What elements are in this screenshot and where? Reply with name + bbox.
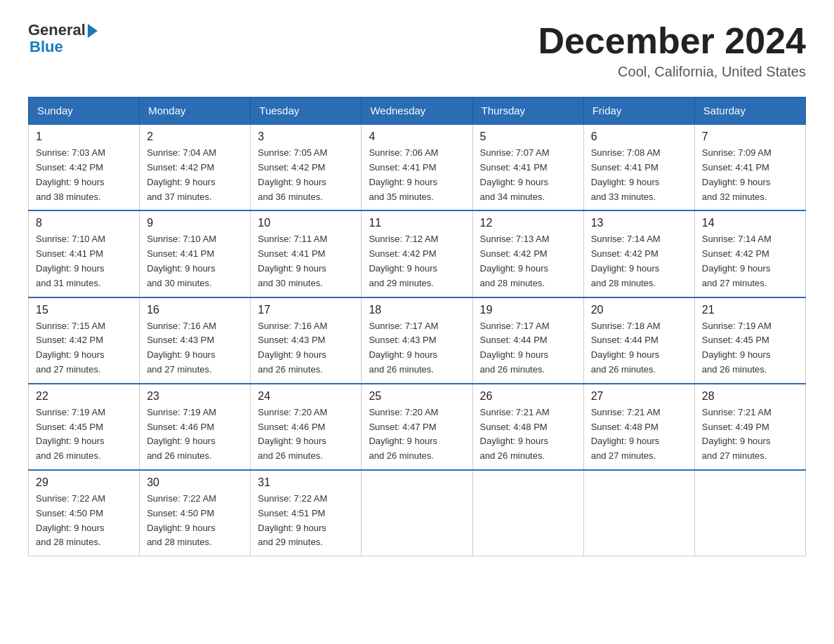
day-info: Sunrise: 7:08 AMSunset: 4:41 PMDaylight:…	[591, 146, 687, 204]
day-info: Sunrise: 7:17 AMSunset: 4:44 PMDaylight:…	[480, 319, 576, 377]
weekday-header-friday: Friday	[583, 98, 694, 125]
day-number: 26	[480, 390, 576, 403]
day-number: 11	[369, 217, 465, 229]
day-info: Sunrise: 7:03 AMSunset: 4:42 PMDaylight:…	[36, 146, 132, 204]
day-cell: 30Sunrise: 7:22 AMSunset: 4:50 PMDayligh…	[140, 470, 251, 556]
weekday-header-row: SundayMondayTuesdayWednesdayThursdayFrid…	[29, 98, 806, 125]
day-cell: 17Sunrise: 7:16 AMSunset: 4:43 PMDayligh…	[251, 297, 362, 384]
day-cell: 26Sunrise: 7:21 AMSunset: 4:48 PMDayligh…	[472, 384, 583, 470]
day-number: 27	[591, 390, 687, 403]
day-info: Sunrise: 7:20 AMSunset: 4:47 PMDaylight:…	[369, 405, 465, 464]
logo-general-text: General	[28, 21, 86, 39]
day-number: 18	[369, 304, 465, 316]
day-cell: 20Sunrise: 7:18 AMSunset: 4:44 PMDayligh…	[583, 297, 694, 384]
day-number: 25	[369, 390, 465, 403]
day-info: Sunrise: 7:22 AMSunset: 4:51 PMDaylight:…	[258, 492, 354, 550]
day-number: 10	[258, 217, 354, 229]
week-row-1: 1Sunrise: 7:03 AMSunset: 4:42 PMDaylight…	[29, 124, 806, 210]
day-number: 12	[480, 217, 576, 229]
day-cell: 28Sunrise: 7:21 AMSunset: 4:49 PMDayligh…	[694, 384, 805, 470]
day-info: Sunrise: 7:22 AMSunset: 4:50 PMDaylight:…	[36, 492, 132, 550]
day-number: 13	[591, 217, 687, 229]
day-number: 21	[702, 304, 798, 316]
day-cell: 12Sunrise: 7:13 AMSunset: 4:42 PMDayligh…	[472, 210, 583, 297]
day-number: 17	[258, 304, 354, 316]
day-info: Sunrise: 7:10 AMSunset: 4:41 PMDaylight:…	[36, 232, 132, 290]
day-info: Sunrise: 7:12 AMSunset: 4:42 PMDaylight:…	[369, 232, 465, 290]
day-cell: 16Sunrise: 7:16 AMSunset: 4:43 PMDayligh…	[140, 297, 251, 384]
day-cell: 29Sunrise: 7:22 AMSunset: 4:50 PMDayligh…	[29, 470, 140, 556]
day-number: 6	[591, 130, 687, 143]
day-info: Sunrise: 7:14 AMSunset: 4:42 PMDaylight:…	[591, 232, 687, 290]
day-cell: 22Sunrise: 7:19 AMSunset: 4:45 PMDayligh…	[29, 384, 140, 470]
title-section: December 2024 Cool, California, United S…	[538, 21, 806, 80]
logo-blue-text: Blue	[29, 38, 63, 56]
day-info: Sunrise: 7:14 AMSunset: 4:42 PMDaylight:…	[702, 232, 798, 290]
logo[interactable]: General Blue	[28, 21, 98, 56]
weekday-header-tuesday: Tuesday	[251, 98, 362, 125]
weekday-header-sunday: Sunday	[29, 98, 140, 125]
day-cell: 5Sunrise: 7:07 AMSunset: 4:41 PMDaylight…	[472, 124, 583, 210]
day-cell: 25Sunrise: 7:20 AMSunset: 4:47 PMDayligh…	[362, 384, 472, 470]
day-cell: 10Sunrise: 7:11 AMSunset: 4:41 PMDayligh…	[251, 210, 362, 297]
day-cell: 11Sunrise: 7:12 AMSunset: 4:42 PMDayligh…	[362, 210, 472, 297]
day-number: 24	[258, 390, 354, 403]
day-info: Sunrise: 7:13 AMSunset: 4:42 PMDaylight:…	[480, 232, 576, 290]
day-cell	[583, 470, 694, 556]
day-number: 1	[36, 130, 132, 143]
day-cell	[472, 470, 583, 556]
week-row-3: 15Sunrise: 7:15 AMSunset: 4:42 PMDayligh…	[29, 297, 806, 384]
day-number: 7	[702, 130, 798, 143]
calendar-table: SundayMondayTuesdayWednesdayThursdayFrid…	[28, 97, 806, 556]
day-cell: 15Sunrise: 7:15 AMSunset: 4:42 PMDayligh…	[29, 297, 140, 384]
day-number: 15	[36, 304, 132, 316]
day-info: Sunrise: 7:10 AMSunset: 4:41 PMDaylight:…	[147, 232, 243, 290]
day-info: Sunrise: 7:19 AMSunset: 4:45 PMDaylight:…	[36, 405, 132, 464]
week-row-5: 29Sunrise: 7:22 AMSunset: 4:50 PMDayligh…	[29, 470, 806, 556]
day-cell: 14Sunrise: 7:14 AMSunset: 4:42 PMDayligh…	[694, 210, 805, 297]
day-number: 29	[36, 476, 132, 489]
location: Cool, California, United States	[538, 64, 806, 80]
day-number: 20	[591, 304, 687, 316]
day-info: Sunrise: 7:09 AMSunset: 4:41 PMDaylight:…	[702, 146, 798, 204]
day-number: 3	[258, 130, 354, 143]
day-cell: 8Sunrise: 7:10 AMSunset: 4:41 PMDaylight…	[29, 210, 140, 297]
day-info: Sunrise: 7:11 AMSunset: 4:41 PMDaylight:…	[258, 232, 354, 290]
day-info: Sunrise: 7:04 AMSunset: 4:42 PMDaylight:…	[147, 146, 243, 204]
day-cell: 13Sunrise: 7:14 AMSunset: 4:42 PMDayligh…	[583, 210, 694, 297]
day-cell: 23Sunrise: 7:19 AMSunset: 4:46 PMDayligh…	[140, 384, 251, 470]
day-number: 19	[480, 304, 576, 316]
day-info: Sunrise: 7:19 AMSunset: 4:46 PMDaylight:…	[147, 405, 243, 464]
day-cell: 2Sunrise: 7:04 AMSunset: 4:42 PMDaylight…	[140, 124, 251, 210]
month-title: December 2024	[538, 21, 806, 61]
day-number: 2	[147, 130, 243, 143]
week-row-2: 8Sunrise: 7:10 AMSunset: 4:41 PMDaylight…	[29, 210, 806, 297]
day-info: Sunrise: 7:16 AMSunset: 4:43 PMDaylight:…	[258, 319, 354, 377]
day-info: Sunrise: 7:06 AMSunset: 4:41 PMDaylight:…	[369, 146, 465, 204]
day-cell: 6Sunrise: 7:08 AMSunset: 4:41 PMDaylight…	[583, 124, 694, 210]
day-cell: 24Sunrise: 7:20 AMSunset: 4:46 PMDayligh…	[251, 384, 362, 470]
day-info: Sunrise: 7:22 AMSunset: 4:50 PMDaylight:…	[147, 492, 243, 550]
weekday-header-thursday: Thursday	[472, 98, 583, 125]
day-cell: 21Sunrise: 7:19 AMSunset: 4:45 PMDayligh…	[694, 297, 805, 384]
day-info: Sunrise: 7:05 AMSunset: 4:42 PMDaylight:…	[258, 146, 354, 204]
page-header: General Blue December 2024 Cool, Califor…	[28, 21, 806, 80]
day-info: Sunrise: 7:07 AMSunset: 4:41 PMDaylight:…	[480, 146, 576, 204]
day-info: Sunrise: 7:19 AMSunset: 4:45 PMDaylight:…	[702, 319, 798, 377]
weekday-header-monday: Monday	[140, 98, 251, 125]
day-number: 28	[702, 390, 798, 403]
day-info: Sunrise: 7:21 AMSunset: 4:48 PMDaylight:…	[480, 405, 576, 464]
day-info: Sunrise: 7:21 AMSunset: 4:48 PMDaylight:…	[591, 405, 687, 464]
day-number: 5	[480, 130, 576, 143]
weekday-header-wednesday: Wednesday	[362, 98, 472, 125]
day-cell	[694, 470, 805, 556]
weekday-header-saturday: Saturday	[694, 98, 805, 125]
day-number: 4	[369, 130, 465, 143]
day-cell: 1Sunrise: 7:03 AMSunset: 4:42 PMDaylight…	[29, 124, 140, 210]
day-info: Sunrise: 7:17 AMSunset: 4:43 PMDaylight:…	[369, 319, 465, 377]
day-number: 30	[147, 476, 243, 489]
day-cell: 9Sunrise: 7:10 AMSunset: 4:41 PMDaylight…	[140, 210, 251, 297]
day-cell: 4Sunrise: 7:06 AMSunset: 4:41 PMDaylight…	[362, 124, 472, 210]
day-info: Sunrise: 7:21 AMSunset: 4:49 PMDaylight:…	[702, 405, 798, 464]
day-number: 23	[147, 390, 243, 403]
